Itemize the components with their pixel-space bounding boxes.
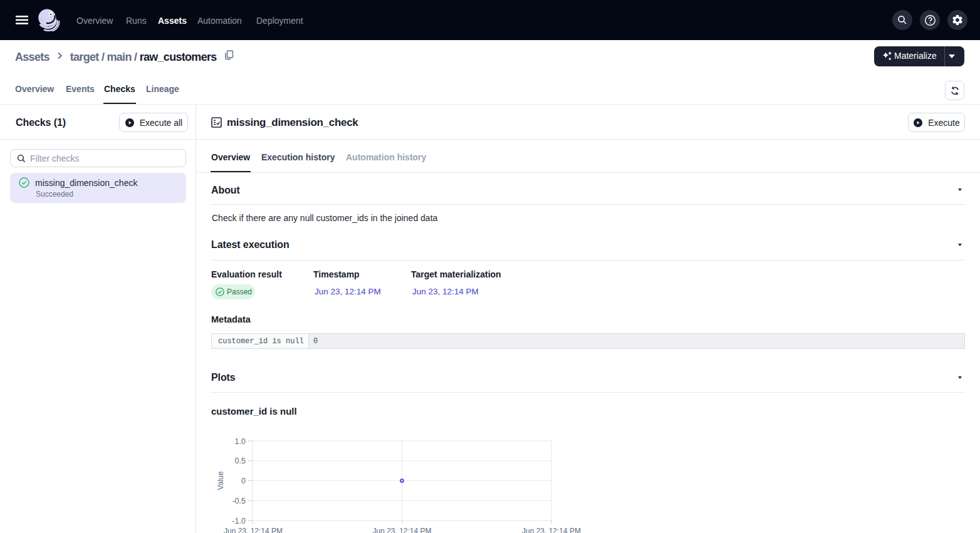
svg-text:Jun 23, 12:14 PM: Jun 23, 12:14 PM <box>372 527 431 533</box>
svg-text:Jun 23, 12:14 PM: Jun 23, 12:14 PM <box>224 527 283 533</box>
svg-text:-1.0: -1.0 <box>232 517 246 525</box>
svg-text:0.5: 0.5 <box>235 457 246 465</box>
svg-text:Jun 23, 12:14 PM: Jun 23, 12:14 PM <box>522 527 581 533</box>
svg-text:Value: Value <box>216 471 225 490</box>
svg-text:-0.5: -0.5 <box>232 497 246 505</box>
svg-text:0: 0 <box>241 477 246 485</box>
svg-text:1.0: 1.0 <box>235 437 246 446</box>
